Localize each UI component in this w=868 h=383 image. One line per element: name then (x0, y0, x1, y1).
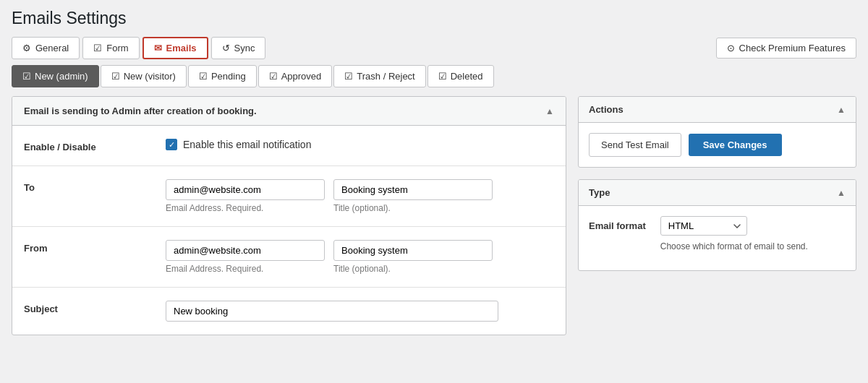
actions-collapse-icon[interactable]: ▲ (837, 105, 846, 115)
sub-tab-new-admin-icon: ☑ (22, 71, 31, 82)
collapse-icon[interactable]: ▲ (545, 106, 554, 116)
enable-text: Enable this email notification (183, 139, 311, 150)
right-panel: Actions ▲ Send Test Email Save Changes T… (578, 96, 856, 335)
top-bar: ⚙ General ☑ Form ✉ Emails ↺ Sync ⊙ Check… (12, 37, 856, 59)
left-panel-title: Email is sending to Admin after creation… (24, 106, 257, 116)
enable-row: Enable / Disable ✓ Enable this email not… (12, 126, 566, 166)
subject-input[interactable] (166, 301, 498, 322)
to-title-hint: Title (optional). (333, 203, 493, 213)
to-email-hint: Email Address. Required. (166, 203, 325, 213)
type-header: Type ▲ (579, 180, 856, 206)
sub-tab-approved-icon: ☑ (269, 71, 278, 82)
page-title: Emails Settings (12, 9, 856, 28)
from-email-hint: Email Address. Required. (166, 264, 325, 274)
sub-tab-pending-icon: ☑ (199, 71, 208, 82)
from-control: Email Address. Required. Title (optional… (166, 240, 554, 274)
from-dual-inputs: Email Address. Required. Title (optional… (166, 240, 554, 274)
emails-icon: ✉ (154, 43, 162, 53)
premium-button[interactable]: ⊙ Check Premium Features (716, 38, 856, 59)
tab-general-label: General (35, 43, 69, 53)
to-title-input[interactable] (333, 179, 493, 200)
to-label: To (24, 179, 154, 193)
to-email-input[interactable] (166, 179, 325, 200)
email-format-select-wrap: HTML Plain Text Choose which format of e… (660, 216, 808, 253)
subject-row: Subject (12, 288, 566, 335)
main-content: Email is sending to Admin after creation… (12, 96, 856, 335)
to-dual-inputs: Email Address. Required. Title (optional… (166, 179, 554, 213)
send-test-button[interactable]: Send Test Email (589, 133, 681, 157)
sub-tabs-nav: ☑ New (admin) ☑ New (visitor) ☑ Pending … (12, 65, 856, 87)
main-tabs-nav: ⚙ General ☑ Form ✉ Emails ↺ Sync (12, 37, 265, 59)
sub-tab-approved[interactable]: ☑ Approved (258, 65, 333, 87)
premium-label: Check Premium Features (739, 43, 846, 53)
type-card: Type ▲ Email format HTML Plain Text Choo… (578, 179, 856, 271)
tab-form-label: Form (106, 43, 128, 53)
enable-checkbox-row: ✓ Enable this email notification (166, 139, 554, 150)
sub-tab-pending-label: Pending (211, 71, 246, 82)
sub-tab-deleted-label: Deleted (451, 71, 483, 82)
to-email-group: Email Address. Required. (166, 179, 325, 213)
tab-emails-label: Emails (166, 43, 197, 53)
sub-tab-new-visitor-icon: ☑ (111, 71, 120, 82)
sub-tab-trash-reject-label: Trash / Reject (357, 71, 414, 82)
save-changes-button[interactable]: Save Changes (689, 134, 782, 156)
email-format-label: Email format (589, 216, 646, 231)
sub-tab-new-visitor[interactable]: ☑ New (visitor) (101, 65, 187, 87)
sub-tab-approved-label: Approved (281, 71, 322, 82)
type-row: Email format HTML Plain Text Choose whic… (589, 216, 846, 253)
from-title-hint: Title (optional). (333, 264, 493, 274)
tab-sync-label: Sync (234, 43, 255, 53)
sub-tab-trash-reject-icon: ☑ (344, 71, 353, 82)
left-panel-body: Enable / Disable ✓ Enable this email not… (12, 126, 566, 335)
page-wrapper: Emails Settings ⚙ General ☑ Form ✉ Email… (0, 0, 868, 383)
actions-title: Actions (589, 104, 624, 115)
sub-tab-new-admin-label: New (admin) (35, 71, 88, 82)
actions-header: Actions ▲ (579, 97, 856, 123)
tab-form[interactable]: ☑ Form (82, 37, 139, 59)
general-icon: ⚙ (22, 43, 31, 53)
to-control: Email Address. Required. Title (optional… (166, 179, 554, 213)
to-row: To Email Address. Required. Title (optio… (12, 166, 566, 227)
sub-tab-deleted-icon: ☑ (438, 71, 447, 82)
from-row: From Email Address. Required. Title (opt… (12, 227, 566, 288)
sub-tab-new-visitor-label: New (visitor) (124, 71, 176, 82)
left-panel-header: Email is sending to Admin after creation… (12, 97, 566, 126)
sub-tab-pending[interactable]: ☑ Pending (188, 65, 257, 87)
from-title-input[interactable] (333, 240, 493, 261)
sub-tab-deleted[interactable]: ☑ Deleted (427, 65, 494, 87)
sub-tab-trash-reject[interactable]: ☑ Trash / Reject (333, 65, 425, 87)
sync-icon: ↺ (222, 43, 230, 53)
to-title-group: Title (optional). (333, 179, 493, 213)
type-title: Type (589, 187, 610, 198)
actions-body: Send Test Email Save Changes (579, 123, 856, 167)
actions-row: Send Test Email Save Changes (589, 133, 846, 157)
email-format-hint: Choose which format of email to send. (660, 240, 808, 253)
type-body: Email format HTML Plain Text Choose whic… (579, 206, 856, 270)
actions-card: Actions ▲ Send Test Email Save Changes (578, 96, 856, 168)
type-collapse-icon[interactable]: ▲ (837, 188, 846, 198)
enable-checkbox[interactable]: ✓ (166, 139, 177, 150)
enable-control: ✓ Enable this email notification (166, 139, 554, 150)
email-format-select[interactable]: HTML Plain Text (660, 216, 747, 236)
subject-label: Subject (24, 301, 154, 314)
subject-control (166, 301, 554, 322)
enable-label: Enable / Disable (24, 139, 154, 152)
from-email-group: Email Address. Required. (166, 240, 325, 274)
left-panel: Email is sending to Admin after creation… (12, 96, 566, 335)
sub-tab-new-admin[interactable]: ☑ New (admin) (12, 65, 99, 87)
tab-general[interactable]: ⚙ General (12, 37, 80, 59)
from-email-input[interactable] (166, 240, 325, 261)
from-label: From (24, 240, 154, 254)
form-icon: ☑ (93, 43, 102, 53)
tab-emails[interactable]: ✉ Emails (142, 37, 208, 59)
premium-icon: ⊙ (727, 43, 735, 53)
tab-sync[interactable]: ↺ Sync (211, 37, 266, 59)
from-title-group: Title (optional). (333, 240, 493, 274)
